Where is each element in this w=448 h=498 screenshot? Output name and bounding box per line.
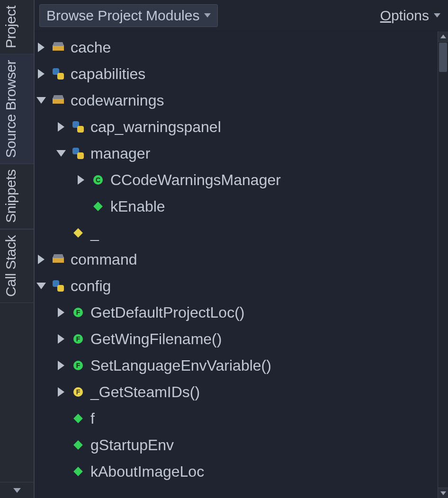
variable-icon xyxy=(90,199,106,214)
chevron-down-icon xyxy=(204,13,211,18)
disclosure-closed-icon[interactable] xyxy=(35,69,48,79)
package-icon xyxy=(51,40,66,55)
function-icon: F xyxy=(71,358,86,373)
tree-item[interactable]: FSetLanguageEnvVariable() xyxy=(35,352,438,379)
tree-item-label: CCodeWarningsManager xyxy=(109,171,281,189)
tree-item-label: cap_warningspanel xyxy=(90,118,221,136)
scroll-down-button[interactable] xyxy=(438,488,448,498)
module-tree[interactable]: cachecapabilitiescodewarningscap_warning… xyxy=(35,31,438,498)
class-icon: C xyxy=(90,172,106,187)
tab-snippets[interactable]: Snippets xyxy=(0,164,34,229)
scroll-track[interactable] xyxy=(438,42,448,488)
vertical-scrollbar[interactable] xyxy=(438,31,448,498)
tree-item-label: gStartupEnv xyxy=(90,436,174,454)
tree-item-label: cache xyxy=(70,39,111,56)
tree-item[interactable]: cache xyxy=(35,34,438,61)
disclosure-open-icon[interactable] xyxy=(54,150,68,157)
tree-item[interactable]: config xyxy=(35,273,438,299)
options-menu[interactable]: Options xyxy=(380,8,443,24)
chevron-down-icon xyxy=(434,13,440,18)
tree-item-label: f xyxy=(90,410,95,427)
disclosure-closed-icon[interactable] xyxy=(74,175,88,185)
package-icon xyxy=(51,252,66,267)
tree-item-label: SetLanguageEnvVariable() xyxy=(90,357,271,374)
variable-private-icon xyxy=(71,225,86,240)
variable-icon xyxy=(71,464,86,479)
tree-item[interactable]: kEnable xyxy=(35,193,438,220)
variable-icon xyxy=(71,411,86,426)
tree-item-label: _GetSteamIDs() xyxy=(90,383,200,401)
tree-item-label: kAboutImageLoc xyxy=(90,463,204,480)
tree-item-label: _ xyxy=(90,224,99,242)
tree-item-label: GetDefaultProjectLoc() xyxy=(90,304,244,321)
disclosure-open-icon[interactable] xyxy=(35,283,48,289)
tree-item[interactable]: command xyxy=(35,246,438,273)
tree-item[interactable]: kAboutImageLoc xyxy=(35,458,438,485)
tab-call-stack[interactable]: Call Stack xyxy=(0,229,34,303)
tree-item-label: kEnable xyxy=(109,198,165,215)
python-icon xyxy=(71,146,86,161)
toolbar: Browse Project Modules Options xyxy=(35,0,448,31)
disclosure-closed-icon[interactable] xyxy=(54,334,68,344)
tree-item[interactable]: gStartupEnv xyxy=(35,432,438,458)
disclosure-closed-icon[interactable] xyxy=(54,387,68,397)
scroll-thumb[interactable] xyxy=(439,43,447,72)
tree-item[interactable]: manager xyxy=(35,140,438,167)
tree-item[interactable]: codewarnings xyxy=(35,87,438,114)
tree-item-label: command xyxy=(70,251,137,268)
tree-item[interactable]: _ xyxy=(35,220,438,246)
svg-marker-2 xyxy=(440,491,446,495)
package-icon xyxy=(51,93,66,108)
tree-item[interactable]: CCCodeWarningsManager xyxy=(35,167,438,193)
python-icon xyxy=(51,278,66,293)
tree-item-label: manager xyxy=(90,145,150,162)
disclosure-closed-icon[interactable] xyxy=(54,361,68,370)
tree-item[interactable]: capabilities xyxy=(35,61,438,87)
tab-overflow-button[interactable] xyxy=(0,482,34,498)
tree-item[interactable]: f xyxy=(35,405,438,432)
function-icon: F xyxy=(71,305,86,320)
scroll-up-button[interactable] xyxy=(438,31,448,42)
tree-item[interactable]: cap_warningspanel xyxy=(35,114,438,140)
tree-item[interactable]: FGetWingFilename() xyxy=(35,326,438,352)
browse-mode-combo[interactable]: Browse Project Modules xyxy=(39,4,218,27)
python-icon xyxy=(51,66,66,81)
tree-item-label: capabilities xyxy=(70,65,145,83)
svg-marker-1 xyxy=(440,35,446,38)
disclosure-closed-icon[interactable] xyxy=(54,122,68,132)
tree-item[interactable]: FGetDefaultProjectLoc() xyxy=(35,299,438,326)
source-browser-panel: Browse Project Modules Options cachecapa… xyxy=(34,0,448,498)
tab-source-browser[interactable]: Source Browser xyxy=(0,54,34,164)
disclosure-closed-icon[interactable] xyxy=(35,255,48,264)
tree-item-label: config xyxy=(70,277,111,295)
svg-marker-0 xyxy=(13,488,21,493)
tree-item-label: codewarnings xyxy=(70,92,164,109)
disclosure-closed-icon[interactable] xyxy=(35,43,48,52)
variable-icon xyxy=(71,437,86,453)
options-label: Options xyxy=(380,8,429,24)
tree-item[interactable]: F_GetSteamIDs() xyxy=(35,379,438,405)
function-icon: F xyxy=(71,331,86,347)
function-private-icon: F xyxy=(71,384,86,400)
tree-item-label: GetWingFilename() xyxy=(90,330,222,348)
python-icon xyxy=(71,119,86,134)
disclosure-closed-icon[interactable] xyxy=(54,308,68,317)
disclosure-open-icon[interactable] xyxy=(35,97,48,104)
tab-project[interactable]: Project xyxy=(0,0,34,54)
browse-mode-label: Browse Project Modules xyxy=(46,8,199,24)
vertical-tab-rail: Project Source Browser Snippets Call Sta… xyxy=(0,0,34,498)
